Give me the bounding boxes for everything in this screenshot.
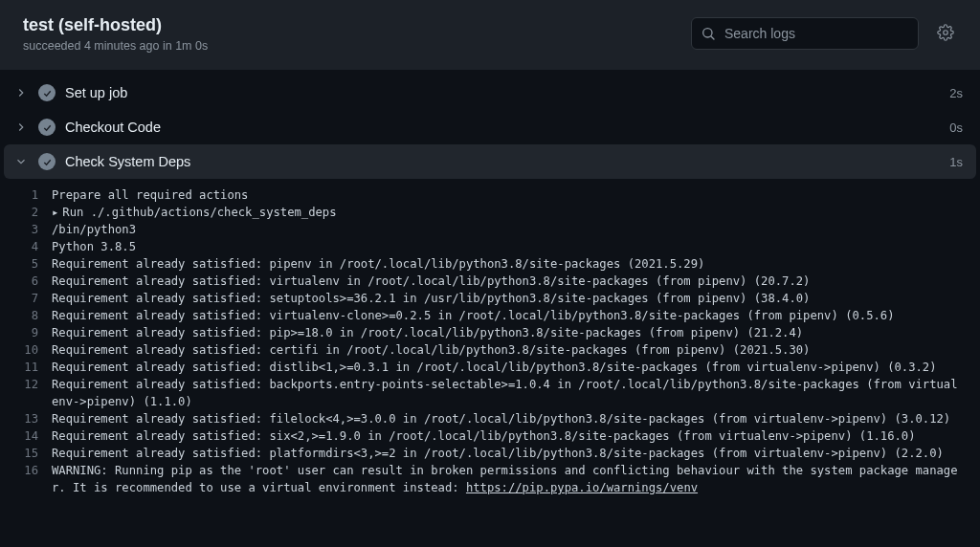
log-text: Requirement already satisfied: setuptool… [52, 290, 963, 307]
log-line: 12Requirement already satisfied: backpor… [0, 376, 980, 410]
log-line: 13Requirement already satisfied: fileloc… [0, 410, 980, 427]
line-number: 2 [19, 204, 52, 221]
line-number: 15 [19, 445, 52, 462]
log-text: Requirement already satisfied: backports… [52, 376, 963, 410]
log-line: 4Python 3.8.5 [0, 238, 980, 255]
log-text: Requirement already satisfied: virtualen… [52, 273, 963, 290]
log-text: WARNING: Running pip as the 'root' user … [52, 462, 963, 496]
line-number: 12 [19, 376, 52, 393]
chevron-down-icon[interactable] [10, 150, 33, 173]
log-text: Python 3.8.5 [52, 238, 963, 255]
log-text: Requirement already satisfied: certifi i… [52, 341, 963, 359]
warning-link[interactable]: https://pip.pypa.io/warnings/venv [466, 481, 698, 494]
step-row[interactable]: Check System Deps1s [4, 144, 976, 179]
status-success-icon [38, 119, 56, 136]
step-name: Check System Deps [65, 154, 949, 169]
line-number: 13 [19, 410, 52, 427]
expand-line-icon[interactable]: ▸ [52, 204, 58, 221]
line-number: 10 [19, 341, 52, 359]
log-line: 11Requirement already satisfied: distlib… [0, 359, 980, 376]
step-duration: 1s [949, 155, 963, 169]
log-line: 15Requirement already satisfied: platfor… [0, 445, 980, 462]
log-text: Prepare all required actions [52, 186, 963, 204]
svg-point-2 [944, 31, 948, 35]
line-number: 7 [19, 290, 52, 307]
log-line: 8Requirement already satisfied: virtuale… [0, 307, 980, 324]
search-icon [701, 26, 716, 41]
status-success-icon [38, 84, 56, 101]
log-line: 9Requirement already satisfied: pip>=18.… [0, 324, 980, 341]
log-line: 14Requirement already satisfied: six<2,>… [0, 427, 980, 445]
job-subtitle: succeeded 4 minutes ago in 1m 0s [23, 39, 691, 53]
line-number: 16 [19, 462, 52, 479]
search-field[interactable] [691, 17, 919, 50]
log-output: 1Prepare all required actions2▸Run ./.gi… [0, 179, 980, 504]
step-duration: 2s [949, 86, 963, 100]
status-success-icon [38, 153, 56, 170]
log-line: 16WARNING: Running pip as the 'root' use… [0, 462, 980, 496]
log-line: 7Requirement already satisfied: setuptoo… [0, 290, 980, 307]
log-text: Requirement already satisfied: filelock<… [52, 410, 963, 427]
log-line: 2▸Run ./.github/actions/check_system_dep… [0, 204, 980, 221]
line-number: 5 [19, 255, 52, 273]
svg-line-1 [711, 36, 714, 39]
settings-button[interactable] [930, 17, 961, 48]
workflow-log-view: test (self-hosted) succeeded 4 minutes a… [0, 0, 980, 547]
chevron-right-icon[interactable] [10, 116, 33, 139]
line-number: 9 [19, 324, 52, 341]
job-title: test (self-hosted) [23, 15, 691, 35]
chevron-right-icon[interactable] [10, 81, 33, 104]
line-number: 6 [19, 273, 52, 290]
steps-list: Set up job2sCheckout Code0sCheck System … [0, 70, 980, 504]
line-number: 11 [19, 359, 52, 376]
log-line: 1Prepare all required actions [0, 186, 980, 204]
log-text: Requirement already satisfied: pip>=18.0… [52, 324, 963, 341]
log-text: ▸Run ./.github/actions/check_system_deps [52, 204, 963, 221]
log-line: 10Requirement already satisfied: certifi… [0, 341, 980, 359]
step-row[interactable]: Set up job2s [0, 76, 980, 110]
line-number: 1 [19, 186, 52, 204]
line-number: 3 [19, 221, 52, 238]
line-number: 14 [19, 427, 52, 445]
log-text: Requirement already satisfied: platformd… [52, 445, 963, 462]
header: test (self-hosted) succeeded 4 minutes a… [0, 0, 980, 70]
log-text: Requirement already satisfied: six<2,>=1… [52, 427, 963, 445]
step-duration: 0s [949, 120, 963, 135]
log-line: 6Requirement already satisfied: virtuale… [0, 273, 980, 290]
step-name: Set up job [65, 85, 949, 100]
log-line: 3/bin/python3 [0, 221, 980, 238]
log-text: Requirement already satisfied: virtualen… [52, 307, 963, 324]
log-text: Requirement already satisfied: pipenv in… [52, 255, 963, 273]
log-text: /bin/python3 [52, 221, 963, 238]
step-name: Checkout Code [65, 120, 949, 135]
log-text: Requirement already satisfied: distlib<1… [52, 359, 963, 376]
line-number: 8 [19, 307, 52, 324]
log-line: 5Requirement already satisfied: pipenv i… [0, 255, 980, 273]
line-number: 4 [19, 238, 52, 255]
gear-icon [937, 24, 954, 41]
step-row[interactable]: Checkout Code0s [0, 110, 980, 144]
search-input[interactable] [691, 17, 919, 50]
